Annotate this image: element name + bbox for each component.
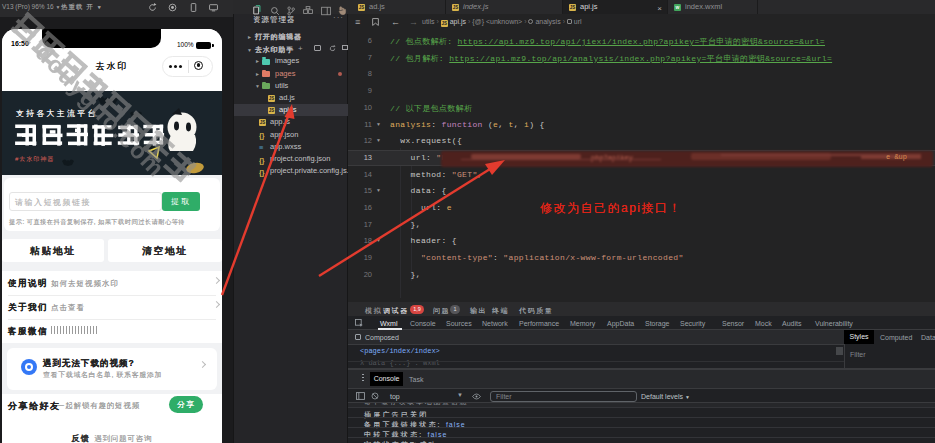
svg-text:douyguo.com: douyguo.com	[30, 39, 170, 183]
